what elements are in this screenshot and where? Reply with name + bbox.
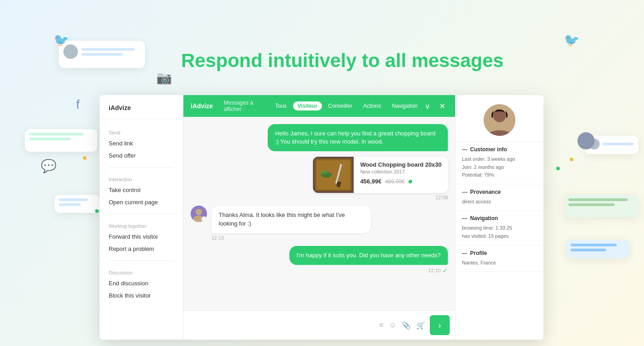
deco-card-6 — [566, 240, 630, 258]
customer-avatar-svg — [484, 104, 515, 136]
filter-tab-conseiller[interactable]: Conseiller — [324, 101, 357, 111]
deco-dot-yellow-2 — [570, 158, 573, 161]
take-control-item[interactable]: Take control — [100, 184, 183, 196]
report-problem-item[interactable]: Report a problem — [100, 243, 183, 255]
customer-info-title: — Customer info — [462, 146, 537, 153]
deco-avatar-right — [577, 132, 595, 149]
agent-time-2: 12:10 ✓ — [289, 267, 448, 274]
price-old: 499,99€ — [385, 178, 404, 185]
deco-dot-green — [95, 209, 99, 213]
agent-message-1: Hello James, I sure can help you find a … — [268, 124, 448, 151]
attach-tool-button[interactable]: 📎 — [401, 320, 412, 331]
navigation-section: — Navigation browsing time: 1:33:25 has … — [456, 211, 543, 245]
customer-info-icon: — — [462, 146, 467, 153]
svg-point-6 — [321, 171, 328, 174]
whatsapp-icon: 💬 — [41, 159, 57, 173]
pages-visited: has visited: 15 pages — [462, 232, 537, 240]
agent-bubble-1: Hello James, I sure can help you find a … — [268, 124, 448, 151]
emoji-tool-button[interactable]: ☺ — [388, 320, 397, 330]
profile-title: — Profile — [462, 250, 537, 256]
chat-brand: iAdvize — [191, 102, 213, 110]
twitter-icon-2: 🐦 — [564, 33, 580, 48]
cart-tool-button[interactable]: 🛒 — [415, 320, 426, 331]
filter-tab-visiteur[interactable]: Visiteur — [293, 101, 322, 111]
avatar-indicator — [202, 216, 207, 222]
profile-location: Nantes, France — [462, 259, 537, 267]
working-together-section-title: Working together — [100, 220, 183, 231]
deco-dot-yellow — [83, 156, 87, 160]
end-discussion-item[interactable]: End discussion — [100, 277, 183, 289]
product-card-wrapper: Wood Chopping board 20x30 New collection… — [313, 157, 448, 200]
product-sub: New collection 2017 — [360, 169, 442, 174]
filter-tab-tous[interactable]: Tous — [270, 101, 291, 111]
product-details: Wood Chopping board 20x30 New collection… — [354, 157, 448, 193]
send-link-item[interactable]: Send link — [100, 137, 183, 149]
deco-card-4 — [564, 195, 639, 217]
profile-section: — Profile Nantes, France — [456, 245, 543, 272]
provenance-title: — Provenance — [462, 189, 537, 195]
product-image — [313, 157, 354, 193]
last-order: Last order: 3 weeks ago — [462, 155, 537, 163]
send-button[interactable]: › — [430, 315, 450, 335]
sidebar-menu: iAdvize Send Send link Send offer Intera… — [100, 95, 183, 340]
messages-label: Messages à afficher : — [224, 100, 265, 112]
customer-info-section: — Customer info Last order: 3 weeks ago … — [456, 142, 543, 184]
visitor-bubble-1: Thanks Alma. It looks like this might be… — [211, 206, 371, 233]
agent-message-2: I'm happy if it suits you. Did you have … — [289, 246, 448, 274]
instagram-icon: 📷 — [156, 70, 172, 85]
chat-header: iAdvize Messages à afficher : Tous Visit… — [183, 95, 455, 117]
send-offer-item[interactable]: Send offer — [100, 149, 183, 162]
chat-input-area: ≡ ☺ 📎 🛒 › — [183, 310, 455, 340]
brand-label: iAdvize — [100, 104, 183, 119]
minimize-button[interactable]: ∨ — [422, 101, 433, 111]
close-button[interactable]: ✕ — [437, 101, 448, 111]
provenance-value: direct access — [462, 198, 537, 206]
visitor-message-1: Thanks Alma. It looks like this might be… — [191, 206, 371, 240]
list-tool-button[interactable]: ≡ — [378, 320, 384, 330]
divider-2 — [109, 214, 174, 214]
facebook-icon: f — [76, 97, 80, 112]
join-date: Join: 2 months ago — [462, 163, 537, 172]
right-panel: — Customer info Last order: 3 weeks ago … — [455, 95, 543, 340]
send-section-title: Send — [100, 126, 183, 137]
provenance-section: — Provenance direct access — [456, 184, 543, 211]
product-name: Wood Chopping board 20x30 — [360, 161, 442, 168]
messenger-icon — [202, 217, 206, 221]
filter-tab-navigation[interactable]: Navigation — [387, 101, 422, 111]
agent-time-2-text: 12:10 — [428, 268, 441, 273]
price-current: 456,99€ — [360, 178, 381, 185]
filter-tab-actions[interactable]: Actions — [359, 101, 385, 111]
visitor-bubble-wrapper: Thanks Alma. It looks like this might be… — [211, 206, 371, 240]
check-icon: ✓ — [442, 267, 448, 274]
product-card: Wood Chopping board 20x30 New collection… — [313, 157, 448, 193]
chat-input[interactable] — [189, 318, 375, 332]
product-prices: 456,99€ 499,99€ — [360, 178, 442, 185]
product-time: 12:08 — [313, 195, 448, 200]
filter-tabs: Tous Visiteur Conseiller Actions Navigat… — [270, 101, 422, 111]
open-current-page-item[interactable]: Open current page — [100, 196, 183, 208]
chat-messages: Hello James, I sure can help you find a … — [183, 117, 455, 310]
deco-dot-green-2 — [556, 167, 560, 170]
divider-3 — [109, 260, 174, 261]
cutting-board-svg — [313, 157, 354, 193]
customer-avatar — [484, 104, 515, 136]
visitor-avatar — [191, 206, 207, 222]
profile-icon: — — [462, 250, 467, 256]
customer-avatar-section — [456, 95, 543, 142]
twitter-icon-1: 🐦 — [53, 33, 69, 48]
customer-info-label: Customer info — [470, 146, 507, 153]
provenance-label: Provenance — [470, 189, 501, 195]
navigation-icon: — — [462, 215, 467, 221]
deco-card-3 — [54, 195, 100, 213]
interaction-section-title: Interaction — [100, 173, 183, 184]
divider-1 — [109, 167, 174, 168]
deco-card-2 — [25, 129, 97, 152]
header-actions: ∨ ✕ — [422, 101, 448, 111]
forward-visitor-item[interactable]: Forward this visitor — [100, 231, 183, 243]
potential: Potential: 79% — [462, 171, 537, 179]
profile-label: Profile — [470, 250, 487, 256]
discussion-section-title: Discussion — [100, 266, 183, 277]
browsing-time: browsing time: 1:33:25 — [462, 224, 537, 232]
block-visitor-item[interactable]: Block this visitor — [100, 289, 183, 302]
navigation-label: Navigation — [470, 215, 498, 221]
